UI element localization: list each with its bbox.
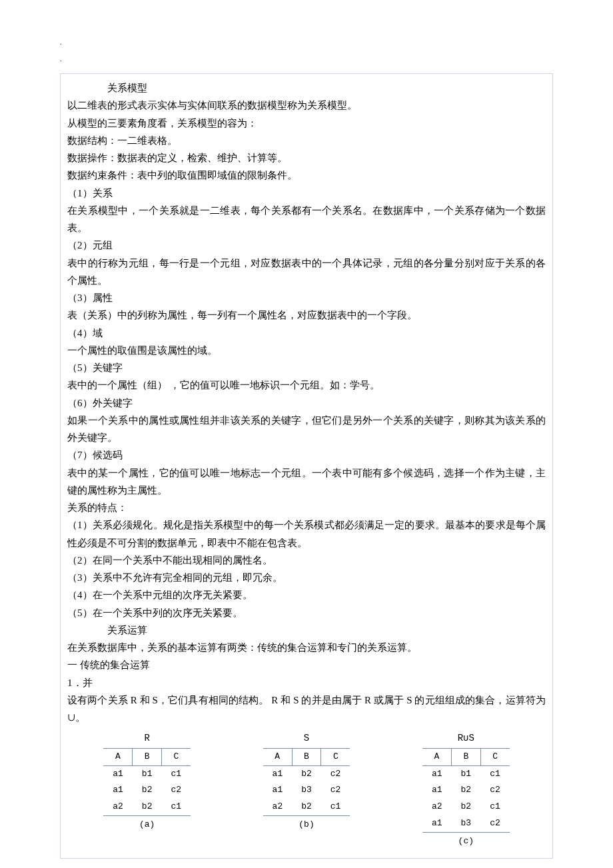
cell: a2: [422, 799, 452, 815]
table-S-wrap: S A B C a1 b2 c2 a1: [263, 730, 350, 832]
cell: c2: [321, 782, 350, 799]
col-header: C: [480, 748, 510, 765]
paragraph: 如果一个关系中的属性或属性组并非该关系的关键字，但它们是另外一个关系的关键字，则…: [67, 412, 546, 447]
table-RUS-caption: (c): [458, 834, 474, 849]
cell: a1: [103, 765, 133, 782]
cell: c2: [161, 782, 191, 799]
col-header: A: [263, 748, 293, 765]
cell: c1: [321, 799, 350, 815]
paragraph: 表中的一个属性（组） ，它的值可以唯一地标识一个元组。如：学号。: [67, 376, 546, 394]
cell: b2: [133, 799, 162, 815]
paragraph: 在关系数据库中，关系的基本运算有两类：传统的集合运算和专门的关系运算。: [67, 639, 546, 656]
paragraph: 在关系模型中，一个关系就是一二维表，每个关系都有一个关系名。在数据库中，一个关系…: [67, 202, 546, 237]
paragraph: （7）候选码: [67, 446, 546, 464]
cell: c1: [161, 799, 191, 815]
paragraph: （3）属性: [67, 289, 546, 306]
cell: c2: [480, 815, 510, 832]
paragraph: 数据约束条件：表中列的取值围即域值的限制条件。: [67, 167, 546, 184]
cell: a1: [103, 782, 133, 799]
cell: a1: [422, 815, 452, 832]
cell: c2: [480, 782, 510, 799]
cell: a2: [103, 799, 133, 815]
cell: b2: [133, 782, 162, 799]
table-row: a1 b3 c2: [263, 782, 350, 799]
paragraph: （1）关系: [67, 185, 546, 202]
paragraph: （1）关系必须规化。规化是指关系模型中的每一个关系模式都必须满足一定的要求。最基…: [67, 516, 546, 552]
table-R-title: R: [144, 730, 149, 747]
cell: b3: [292, 782, 321, 799]
content-frame: 关系模型 以二维表的形式表示实体与实体间联系的数据模型称为关系模型。 从模型的三…: [60, 73, 553, 859]
cell: a1: [422, 765, 452, 782]
paragraph: 表中的某一个属性，它的值可以唯一地标志一个元组。一个表中可能有多个候选码，选择一…: [67, 464, 546, 500]
paragraph: 设有两个关系 R 和 S，它们具有相同的结构。 R 和 S 的并是由属于 R 或…: [67, 691, 546, 727]
col-header: A: [103, 748, 133, 765]
paragraph: 数据操作：数据表的定义，检索、维护、计算等。: [67, 149, 546, 167]
cell: a1: [422, 782, 452, 799]
col-header: B: [133, 748, 162, 765]
paragraph: （5）关键字: [67, 359, 546, 376]
cell: a1: [263, 765, 293, 782]
cell: b1: [133, 765, 162, 782]
paragraph: 数据结构：一二维表格。: [67, 132, 546, 149]
paragraph: （5）在一个关系中列的次序无关紧要。: [67, 604, 546, 622]
table-RUS-wrap: R∪S A B C a1 b1 c1 a1: [422, 730, 510, 849]
col-header: B: [292, 748, 321, 765]
paragraph: （4）在一个关系中元组的次序无关紧要。: [67, 586, 546, 604]
table-row: a1 b1 c1: [103, 765, 191, 782]
table-row: a1 b3 c2: [422, 815, 510, 832]
col-header: A: [422, 748, 452, 765]
tables-row: R A B C a1 b1 c1 a1: [67, 730, 546, 849]
section-title-1: 关系模型: [67, 79, 546, 97]
table-R: A B C a1 b1 c1 a1 b2 c2: [103, 748, 191, 816]
cell: b2: [452, 799, 481, 815]
paragraph: 一个属性的取值围是该属性的域。: [67, 342, 546, 359]
table-row: a2 b2 c1: [103, 799, 191, 815]
cell: b2: [452, 782, 481, 799]
cell: a2: [263, 799, 293, 815]
paragraph: 表（关系）中的列称为属性，每一列有一个属性名，对应数据表中的一个字段。: [67, 306, 546, 324]
cell: b1: [452, 765, 481, 782]
table-S-caption: (b): [299, 817, 314, 833]
paragraph: （6）外关键字: [67, 394, 546, 412]
table-S-title: S: [304, 730, 309, 747]
header-mark-1: .: [60, 37, 62, 49]
table-row: a1 b2 c2: [103, 782, 191, 799]
table-row: a2 b2 c1: [422, 799, 510, 815]
cell: c1: [161, 765, 191, 782]
table-row: a1 b2 c2: [422, 782, 510, 799]
cell: c2: [321, 765, 350, 782]
section-title-2: 关系运算: [67, 622, 546, 639]
table-row: a1 b1 c1: [422, 765, 510, 782]
paragraph: 一 传统的集合运算: [67, 656, 546, 673]
cell: c1: [480, 765, 510, 782]
col-header: B: [452, 748, 481, 765]
cell: b2: [292, 765, 321, 782]
document-page: . . 关系模型 以二维表的形式表示实体与实体间联系的数据模型称为关系模型。 从…: [0, 0, 613, 868]
paragraph: 表中的行称为元组，每一行是一个元组，对应数据表中的一个具体记录，元组的各分量分别…: [67, 254, 546, 290]
paragraph: 以二维表的形式表示实体与实体间联系的数据模型称为关系模型。: [67, 97, 546, 114]
paragraph: （2）在同一个关系中不能出现相同的属性名。: [67, 552, 546, 569]
paragraph: 关系的特点：: [67, 499, 546, 516]
cell: a1: [263, 782, 293, 799]
paragraph: （3）关系中不允许有完全相同的元组，即冗余。: [67, 569, 546, 586]
table-R-wrap: R A B C a1 b1 c1 a1: [103, 730, 191, 832]
cell: b3: [452, 815, 481, 832]
col-header: C: [161, 748, 191, 765]
cell: c1: [480, 799, 510, 815]
table-S: A B C a1 b2 c2 a1 b3 c2: [263, 748, 350, 816]
table-R-caption: (a): [139, 817, 155, 833]
table-RUS: A B C a1 b1 c1 a1 b2 c2: [422, 748, 510, 833]
table-row: a2 b2 c1: [263, 799, 350, 815]
paragraph: （4）域: [67, 324, 546, 342]
table-RUS-title: R∪S: [458, 730, 474, 747]
cell: b2: [292, 799, 321, 815]
table-row: a1 b2 c2: [263, 765, 350, 782]
paragraph: 从模型的三要素角度看，关系模型的容为：: [67, 115, 546, 132]
header-mark-2: .: [60, 53, 62, 65]
paragraph: （2）元组: [67, 236, 546, 254]
paragraph: 1．并: [67, 674, 546, 691]
col-header: C: [321, 748, 350, 765]
